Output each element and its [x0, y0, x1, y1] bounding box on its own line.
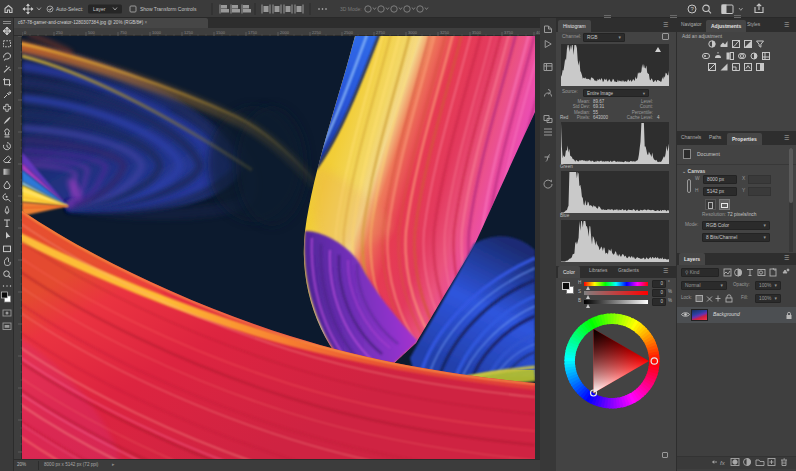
svg-text:2750: 2750: [376, 30, 386, 35]
svg-text:3750: 3750: [504, 30, 514, 35]
svg-text:3500: 3500: [472, 30, 482, 35]
svg-text:3250: 3250: [440, 30, 450, 35]
svg-text:1250: 1250: [184, 30, 194, 35]
svg-text:?: ?: [690, 6, 694, 12]
svg-text:3D Mode:: 3D Mode:: [340, 6, 362, 12]
svg-text:500: 500: [88, 30, 95, 35]
svg-text:2000: 2000: [280, 30, 290, 35]
svg-text:Auto-Select:: Auto-Select:: [56, 6, 83, 12]
svg-text:1750: 1750: [248, 30, 258, 35]
svg-text:3000: 3000: [408, 30, 418, 35]
svg-text:2500: 2500: [344, 30, 354, 35]
svg-text:Show Transform Controls: Show Transform Controls: [140, 6, 197, 12]
svg-text:1500: 1500: [216, 30, 226, 35]
svg-text:2250: 2250: [312, 30, 322, 35]
svg-text:Layer: Layer: [93, 6, 106, 12]
svg-text:1000: 1000: [152, 30, 162, 35]
svg-text:0: 0: [24, 30, 27, 35]
svg-text:250: 250: [56, 30, 63, 35]
svg-text:fx: fx: [720, 460, 726, 466]
svg-text:750: 750: [120, 30, 127, 35]
